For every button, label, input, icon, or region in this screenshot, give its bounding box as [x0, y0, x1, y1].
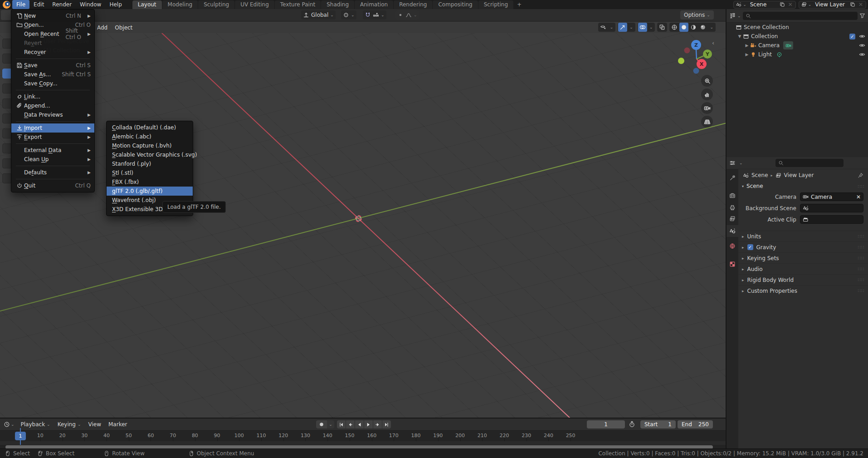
overlays-button[interactable]: [638, 23, 647, 32]
breadcrumb-view-layer[interactable]: View Layer: [784, 172, 814, 178]
new-scene-icon[interactable]: [778, 1, 786, 8]
file-menu-item-open[interactable]: Open...Ctrl O: [11, 20, 94, 30]
timeline-menu-playback[interactable]: Playback⌄: [17, 421, 54, 428]
timeline-menu-marker[interactable]: Marker: [105, 421, 131, 428]
playhead[interactable]: 1: [15, 432, 26, 440]
file-menu-item-new[interactable]: NewCtrl N▶: [11, 11, 94, 20]
workspace-tab-modeling[interactable]: Modeling: [162, 0, 198, 9]
section-gravity[interactable]: ▸✓Gravity∷∷: [738, 241, 868, 252]
material-button[interactable]: [689, 23, 698, 32]
section-units[interactable]: ▸Units∷∷: [738, 231, 868, 241]
blender-logo-icon[interactable]: [3, 1, 10, 9]
outliner-row-collection[interactable]: ▼Collection✓: [727, 32, 868, 41]
file-menu-item-append[interactable]: Append...: [11, 101, 94, 110]
rendered-button[interactable]: [698, 23, 707, 32]
file-menu-item-defaults[interactable]: Defaults▶: [11, 168, 94, 177]
disclosure-right-icon[interactable]: ▶: [744, 43, 750, 48]
scene-panel-header[interactable]: ▾ Scene ∷∷: [738, 181, 868, 191]
outliner-row-camera[interactable]: ▶Camera: [727, 41, 868, 50]
properties-tab-texture[interactable]: [727, 258, 738, 270]
properties-tab-render[interactable]: [727, 190, 738, 202]
camera-field[interactable]: Camera✕: [800, 192, 863, 201]
active-clip-field[interactable]: [800, 215, 863, 224]
play-reverse-button[interactable]: [355, 420, 364, 428]
workspace-tab-compositing[interactable]: Compositing: [433, 0, 478, 9]
workspace-tab-uv-editing[interactable]: UV Editing: [235, 0, 274, 9]
chevron-down-icon[interactable]: ⌄: [327, 420, 334, 428]
filter-icon[interactable]: [859, 13, 865, 19]
workspace-tab-rendering[interactable]: Rendering: [394, 0, 432, 9]
import-menu-item-gltf-2-0-glb-gltf[interactable]: glTF 2.0 (.glb/.gltf): [107, 187, 193, 196]
menubar-file[interactable]: File: [12, 0, 29, 9]
gizmo-arrow-button[interactable]: [618, 23, 627, 32]
section-keying-sets[interactable]: ▸Keying Sets∷∷: [738, 252, 868, 263]
section-rigid-body-world[interactable]: ▸Rigid Body World∷∷: [738, 274, 868, 285]
frame-start-field[interactable]: Start 1: [640, 420, 676, 428]
workspace-tab-scripting[interactable]: Scripting: [478, 0, 513, 9]
file-menu-item-save-copy[interactable]: Save Copy...: [11, 79, 94, 88]
import-menu-item-alembic-abc[interactable]: Alembic (.abc): [107, 132, 193, 141]
collection-checkbox[interactable]: ✓: [849, 34, 855, 39]
scene-selector[interactable]: ⌄ Scene ✕: [733, 1, 796, 9]
pivot-point-dropdown[interactable]: ⌄: [341, 10, 356, 20]
timeline-editor-icon[interactable]: [4, 421, 10, 428]
properties-tab-view-layer[interactable]: [727, 213, 738, 225]
clear-icon[interactable]: ✕: [856, 194, 861, 200]
properties-editor-icon[interactable]: [729, 160, 736, 166]
current-frame-field[interactable]: 1: [587, 420, 625, 428]
sidebar-collapse-icon[interactable]: ‹: [712, 39, 714, 46]
import-menu-item-stl-stl[interactable]: Stl (.stl): [107, 168, 193, 177]
file-menu-item-save[interactable]: SaveCtrl S: [11, 61, 94, 70]
file-menu-item-import[interactable]: Import▶: [11, 123, 94, 133]
menubar-window[interactable]: Window: [76, 0, 105, 9]
options-dropdown[interactable]: Options ⌄: [680, 10, 714, 20]
view-layer-browse-icon[interactable]: [800, 1, 808, 8]
properties-tab-world[interactable]: [727, 240, 738, 252]
view-layer-selector[interactable]: ⌄ View Layer ✕: [799, 1, 866, 9]
file-menu-item-recover[interactable]: Recover▶: [11, 48, 94, 57]
outliner-row-scene-collection[interactable]: Scene Collection: [727, 23, 868, 32]
file-menu-item-save-as[interactable]: Save As...Shift Ctrl S: [11, 70, 94, 79]
file-menu-item-export[interactable]: Export▶: [11, 133, 94, 142]
play-button[interactable]: [364, 420, 373, 428]
menubar-help[interactable]: Help: [105, 0, 126, 9]
active-tool-button[interactable]: [1, 10, 12, 20]
properties-tab-tool[interactable]: [727, 172, 738, 184]
menubar-edit[interactable]: Edit: [29, 0, 48, 9]
transform-orientation[interactable]: Global ⌄: [301, 10, 336, 20]
timeline-track-area[interactable]: [0, 441, 726, 445]
properties-search-input[interactable]: [775, 159, 844, 167]
outliner-search-input[interactable]: [743, 12, 858, 20]
chevron-down-icon[interactable]: ⌄: [708, 25, 715, 30]
import-menu-item-scalable-vector-graphics-svg[interactable]: Scalable Vector Graphics (.svg): [107, 150, 193, 159]
auto-key-record-button[interactable]: [316, 420, 327, 428]
import-menu-item-collada-default-dae[interactable]: Collada (Default) (.dae): [107, 123, 193, 132]
import-menu-item-motion-capture-bvh[interactable]: Motion Capture (.bvh): [107, 141, 193, 150]
disclosure-down-icon[interactable]: ▼: [736, 34, 743, 39]
workspace-tab-layout[interactable]: Layout: [132, 0, 162, 9]
chevron-down-icon[interactable]: ⌄: [608, 25, 615, 30]
xray-button[interactable]: [658, 23, 667, 32]
scene-browse-icon[interactable]: [735, 1, 743, 8]
viewport-3d[interactable]: User Perspective (1) Collection Z Y X ‹: [0, 33, 726, 418]
properties-tab-output[interactable]: [727, 202, 738, 213]
prev-keyframe-button[interactable]: [346, 420, 355, 428]
workspace-tab-sculpting[interactable]: Sculpting: [198, 0, 234, 9]
menubar-render[interactable]: Render: [48, 0, 76, 9]
proportional-edit-controls[interactable]: ⌄: [395, 10, 419, 20]
toggle-perspective-button[interactable]: [701, 116, 713, 128]
section-custom-properties[interactable]: ▸Custom Properties∷∷: [738, 285, 868, 296]
timeline-ruler[interactable]: 1 10203040506070809010011012013014015016…: [0, 430, 726, 441]
section-audio[interactable]: ▸Audio∷∷: [738, 263, 868, 274]
zoom-button[interactable]: [701, 75, 713, 87]
stopwatch-icon[interactable]: [629, 421, 635, 428]
viewport-menu-add[interactable]: Add: [93, 25, 111, 31]
properties-tab-scene[interactable]: [727, 225, 738, 237]
workspace-tab-shading[interactable]: Shading: [321, 0, 354, 9]
jump-end-button[interactable]: [382, 420, 391, 428]
file-menu-item-open-recent[interactable]: Open RecentShift Ctrl O▶: [11, 30, 94, 39]
solid-button[interactable]: [679, 23, 688, 32]
workspace-tab-texture-paint[interactable]: Texture Paint: [275, 0, 321, 9]
pin-icon[interactable]: [858, 172, 863, 178]
timeline-menu-view[interactable]: View: [85, 421, 105, 428]
